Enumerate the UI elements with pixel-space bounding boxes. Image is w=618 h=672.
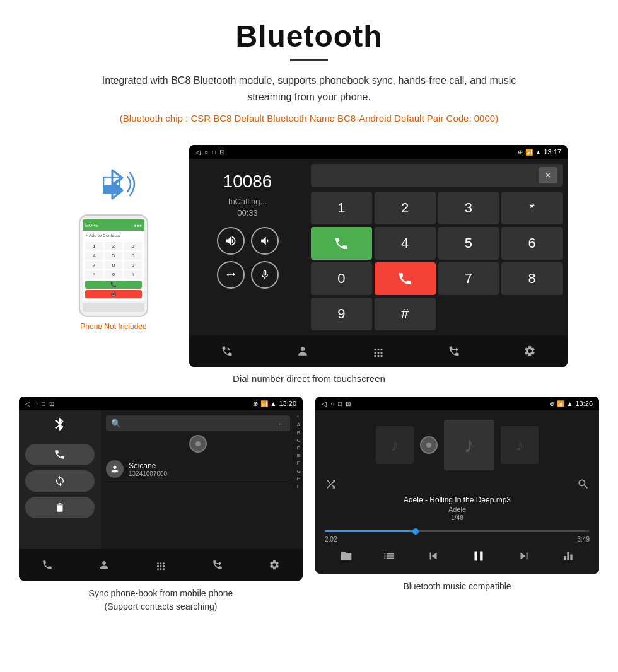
dialer-screen: ◁ ○ □ ⊡ ⊕ 📶 ▲ 13:17 10086 InCalling... 0… bbox=[189, 145, 568, 367]
alpha-g[interactable]: G bbox=[297, 468, 301, 475]
transfer-button[interactable] bbox=[217, 261, 245, 289]
contacts-search-row[interactable]: 🔍 ← bbox=[106, 415, 290, 431]
dialer-bottom-nav bbox=[189, 335, 568, 367]
numkey-4[interactable]: 4 bbox=[375, 227, 436, 260]
prev-track-button[interactable] bbox=[426, 549, 440, 563]
shuffle-button[interactable] bbox=[325, 478, 337, 490]
dialer-controls-row1 bbox=[217, 227, 279, 255]
contacts-recents-icon: □ bbox=[42, 400, 45, 407]
status-left: ◁ ○ □ ⊡ bbox=[195, 149, 224, 156]
end-phone-icon bbox=[397, 271, 412, 286]
search-music-icon bbox=[577, 478, 590, 490]
alpha-h[interactable]: H bbox=[297, 475, 301, 482]
contact-info: Seicane 13241007000 bbox=[129, 461, 167, 477]
phone-mockup: MORE ●●● + Add to Contacts 123 456 789 *… bbox=[79, 214, 148, 317]
alpha-a[interactable]: A bbox=[297, 421, 301, 428]
alpha-c[interactable]: C bbox=[297, 437, 301, 444]
skip-next-icon bbox=[517, 549, 531, 563]
numkey-3[interactable]: 3 bbox=[438, 192, 499, 224]
contacts-right-wrapper: 🔍 ← bbox=[101, 410, 303, 549]
music-progress-bar[interactable] bbox=[325, 530, 590, 532]
dialer-nav-phone[interactable] bbox=[221, 345, 233, 357]
alpha-i[interactable]: I bbox=[297, 483, 301, 490]
contacts-time: 13:20 bbox=[279, 400, 296, 407]
contacts-nav-contacts-icon bbox=[98, 559, 110, 571]
alpha-d[interactable]: D bbox=[297, 444, 301, 451]
dialer-nav-dialpad[interactable] bbox=[372, 345, 385, 357]
numkey-2[interactable]: 2 bbox=[375, 192, 436, 224]
contacts-nav-dialpad[interactable] bbox=[155, 559, 166, 571]
alpha-f[interactable]: F bbox=[297, 460, 301, 466]
numkey-1[interactable]: 1 bbox=[311, 192, 372, 224]
dialer-right-panel: ✕ 1 2 3 * 4 5 6 0 7 bbox=[306, 159, 568, 335]
numkey-8[interactable]: 8 bbox=[501, 262, 563, 295]
mute-button[interactable] bbox=[251, 261, 279, 289]
settings-icon bbox=[523, 345, 536, 357]
skip-prev-icon bbox=[426, 549, 440, 563]
dialer-nav-settings[interactable] bbox=[523, 345, 536, 357]
album-art-next: ♪ bbox=[501, 426, 539, 464]
alpha-b[interactable]: B bbox=[297, 429, 301, 436]
sidebar-phone-btn[interactable] bbox=[25, 444, 95, 465]
alpha-star[interactable]: * bbox=[297, 414, 301, 420]
music-status-left: ◁ ○ □ ⊡ bbox=[322, 400, 351, 407]
volume-up-button[interactable] bbox=[217, 227, 245, 255]
music-item: ◁ ○ □ ⊡ ⊕ 📶 ▲ 13:26 bbox=[315, 397, 599, 620]
next-track-button[interactable] bbox=[517, 549, 531, 563]
numkey-hash[interactable]: # bbox=[375, 298, 436, 330]
bluetooth-icon-area: ⬓ bbox=[88, 164, 139, 208]
search-music-button[interactable] bbox=[577, 478, 590, 490]
contact-list-item[interactable]: Seicane 13241007000 bbox=[106, 456, 290, 482]
contacts-nav-transfer[interactable] bbox=[212, 559, 223, 571]
contacts-signal-icon: 📶 bbox=[260, 400, 268, 407]
contacts-body: 🔍 ← bbox=[19, 410, 303, 549]
dialer-number: 10086 bbox=[223, 171, 272, 192]
end-call-button[interactable] bbox=[375, 262, 436, 295]
music-signal-icon: 📶 bbox=[557, 400, 564, 407]
contacts-nav-settings-icon bbox=[269, 559, 280, 571]
numkey-star[interactable]: * bbox=[501, 192, 563, 224]
equalizer-button[interactable] bbox=[562, 550, 574, 562]
music-artist-name: Adele bbox=[404, 506, 511, 513]
contacts-screen: ◁ ○ □ ⊡ ⊕ 📶 ▲ 13:20 bbox=[19, 397, 303, 581]
contact-name: Seicane bbox=[129, 461, 167, 470]
contacts-nav-phone[interactable] bbox=[42, 559, 53, 571]
answer-call-button[interactable] bbox=[311, 227, 372, 260]
contacts-nav-contacts[interactable] bbox=[98, 559, 110, 571]
numpad: 1 2 3 * 4 5 6 0 7 8 9 bbox=[311, 192, 563, 330]
alpha-e[interactable]: E bbox=[297, 452, 301, 459]
numkey-7[interactable]: 7 bbox=[438, 262, 499, 295]
contacts-caption-line1: Sync phone-book from mobile phone bbox=[89, 588, 233, 598]
answer-phone-icon bbox=[334, 236, 349, 251]
page-title: Bluetooth bbox=[38, 19, 580, 54]
numkey-5[interactable]: 5 bbox=[438, 227, 499, 260]
contacts-nav-phone-icon bbox=[42, 559, 53, 571]
bluetooth-specs: (Bluetooth chip : CSR BC8 Default Blueto… bbox=[38, 111, 580, 126]
backspace-button[interactable]: ✕ bbox=[539, 167, 557, 183]
contacts-screenshot-icon: ⊡ bbox=[49, 400, 54, 407]
page-header: Bluetooth Integrated with BC8 Bluetooth … bbox=[0, 0, 618, 145]
contacts-home-icon: ○ bbox=[34, 400, 38, 407]
numkey-0[interactable]: 0 bbox=[311, 262, 372, 295]
alphabet-sidebar: * A B C D E F G H I bbox=[295, 410, 303, 549]
dialer-status-bar: ◁ ○ □ ⊡ ⊕ 📶 ▲ 13:17 bbox=[189, 145, 568, 159]
dialer-nav-contacts[interactable] bbox=[296, 345, 309, 357]
volume-down-button[interactable] bbox=[251, 227, 279, 255]
search-icon: 🔍 bbox=[111, 419, 121, 428]
folder-button[interactable] bbox=[340, 550, 353, 562]
sidebar-delete-btn[interactable] bbox=[25, 497, 95, 518]
music-screenshot-icon: ⊡ bbox=[346, 400, 351, 407]
numkey-9[interactable]: 9 bbox=[311, 298, 372, 330]
numkey-6[interactable]: 6 bbox=[501, 227, 563, 260]
contacts-main: 🔍 ← bbox=[101, 410, 295, 549]
music-home-icon: ○ bbox=[330, 400, 334, 407]
music-body: ♪ ♪ ♪ bbox=[315, 410, 599, 574]
contacts-nav-settings[interactable] bbox=[269, 559, 280, 571]
play-pause-button[interactable] bbox=[470, 548, 487, 564]
dialer-controls-row2 bbox=[217, 261, 279, 289]
music-album-area: ♪ ♪ ♪ bbox=[376, 420, 539, 470]
dialer-nav-transfer[interactable] bbox=[448, 345, 460, 357]
playlist-button[interactable] bbox=[383, 550, 395, 562]
disk-indicator bbox=[189, 435, 207, 453]
sidebar-sync-btn[interactable] bbox=[25, 470, 95, 492]
